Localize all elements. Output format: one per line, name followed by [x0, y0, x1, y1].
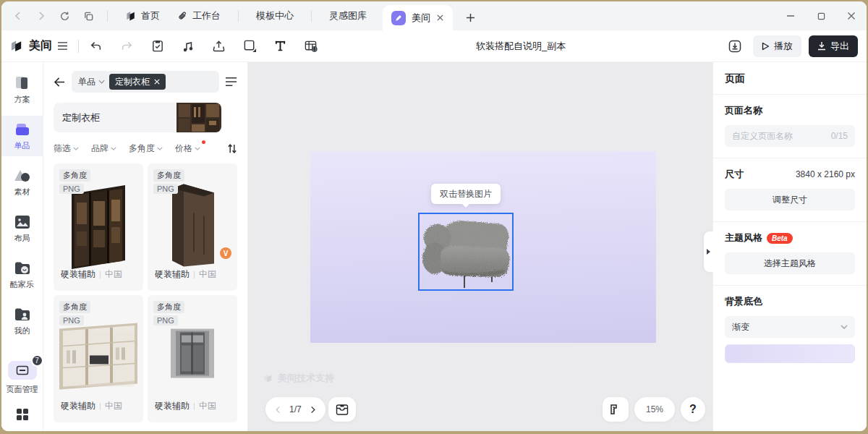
page-management-button[interactable]: 7	[8, 361, 37, 380]
table-tool-icon[interactable]	[304, 39, 318, 53]
duplicate-tab-icon[interactable]	[83, 11, 94, 22]
beta-badge: Beta	[767, 233, 793, 244]
product-card[interactable]: 多角度 PNG 硬装辅助 中国	[148, 295, 237, 422]
nav-templates[interactable]: 模板中心	[256, 1, 294, 30]
page-management-label: 页面管理	[7, 384, 38, 395]
shape-tool-icon[interactable]	[243, 39, 257, 53]
background-type-select[interactable]: 渐变	[725, 316, 855, 338]
category-label: 单品	[78, 76, 95, 88]
kujiale-icon	[14, 260, 31, 276]
product-image-wardrobe-lightglass	[56, 321, 140, 391]
search-input[interactable]: 单品 定制衣柜	[72, 71, 219, 93]
help-button[interactable]: ?	[681, 397, 705, 422]
apps-grid-icon[interactable]	[16, 408, 29, 421]
rail-item-materials[interactable]: 素材	[1, 162, 43, 203]
filter-multiangle[interactable]: 多角度	[129, 142, 163, 155]
size-label: 尺寸	[725, 168, 744, 181]
redo-icon[interactable]	[120, 40, 134, 53]
export-button[interactable]: 导出	[809, 35, 858, 57]
page-name-field[interactable]: 0/15	[725, 125, 855, 147]
divider	[311, 10, 312, 22]
nav-inspiration[interactable]: 灵感图库	[329, 1, 367, 30]
product-region: 中国	[199, 400, 216, 412]
app-brand[interactable]: 美间	[10, 38, 68, 54]
rail-label: 布局	[14, 233, 30, 244]
selected-category-card[interactable]: 定制衣柜	[54, 103, 221, 132]
play-icon	[762, 42, 770, 51]
search-tag-label: 定制衣柜	[115, 76, 150, 88]
app-window: 首页 工作台 模板中心 灵感图库 美间 美间	[1, 1, 867, 431]
window-minimize-button[interactable]	[775, 1, 806, 30]
panel-collapse-handle[interactable]	[704, 231, 713, 272]
new-tab-button[interactable]	[460, 7, 480, 27]
window-maximize-button[interactable]	[806, 1, 836, 30]
text-tool-icon[interactable]	[274, 40, 286, 52]
rail-item-plans[interactable]: 方案	[1, 69, 43, 110]
resize-button[interactable]: 调整尺寸	[725, 189, 855, 210]
filter-brand[interactable]: 品牌	[91, 142, 116, 155]
zoom-level[interactable]: 15%	[634, 397, 675, 422]
nav-home[interactable]: 首页	[125, 1, 160, 30]
page-name-label: 页面名称	[725, 104, 855, 117]
png-chip: PNG	[59, 315, 84, 326]
menu-hamburger-icon[interactable]	[57, 41, 68, 51]
product-image-wardrobe-gray	[170, 328, 215, 379]
my-assets-icon	[14, 307, 31, 323]
product-region: 中国	[199, 268, 216, 281]
divider	[194, 271, 195, 278]
selected-image-sofa[interactable]	[418, 213, 514, 291]
nav-back-icon[interactable]	[13, 11, 23, 21]
tab-label: 美间	[412, 12, 430, 25]
rail-item-products[interactable]: 单品	[1, 116, 43, 156]
back-icon[interactable]	[54, 77, 66, 88]
music-note-icon[interactable]	[182, 40, 195, 53]
app-name: 美间	[29, 38, 52, 54]
choose-theme-button[interactable]: 选择主题风格	[725, 252, 855, 274]
upload-icon[interactable]	[212, 40, 226, 53]
tab-close-icon[interactable]	[436, 14, 444, 22]
filter-price[interactable]: 价格	[175, 142, 200, 155]
png-chip: PNG	[153, 315, 178, 326]
canvas-area[interactable]: 双击替换图片 美间技术支持 1/7 15% ?	[247, 62, 712, 431]
product-image-wardrobe-darkglass	[67, 184, 129, 271]
sort-icon[interactable]	[227, 143, 237, 154]
png-chip: PNG	[59, 184, 84, 194]
tab-meijian-active[interactable]: 美间	[383, 5, 453, 30]
clipboard-check-icon[interactable]	[151, 39, 164, 53]
rail-label: 单品	[14, 140, 30, 151]
inspector-panel: 页面 页面名称 0/15 尺寸 3840 x 2160 px 调整尺寸 主题风格	[712, 62, 867, 431]
filter-label: 多角度	[129, 142, 155, 155]
nav-workbench[interactable]: 工作台	[177, 1, 221, 30]
filter-bar: 筛选 品牌 多角度 价格	[54, 142, 237, 155]
product-card[interactable]: 多角度 PNG 硬装辅助 中国	[54, 295, 143, 422]
filter-label: 品牌	[91, 142, 109, 155]
pages-icon	[16, 365, 29, 375]
filter-general[interactable]: 筛选	[54, 142, 79, 155]
divider	[100, 271, 101, 278]
page-name-input[interactable]	[732, 131, 819, 141]
search-tag[interactable]: 定制衣柜	[109, 74, 166, 90]
list-view-icon[interactable]	[225, 77, 237, 87]
save-archive-button[interactable]	[328, 397, 356, 422]
rail-item-mine[interactable]: 我的	[1, 301, 43, 341]
download-button[interactable]	[724, 35, 746, 57]
nav-forward-icon[interactable]	[36, 11, 46, 21]
page-count-badge: 7	[31, 354, 43, 367]
product-card[interactable]: 多角度 PNG V 硬装辅助 中国	[148, 163, 237, 291]
layout-icon	[14, 214, 31, 230]
next-page-icon[interactable]	[309, 406, 317, 414]
product-card[interactable]: 多角度 PNG 硬装辅助 中国	[54, 163, 143, 291]
nav-templates-label: 模板中心	[256, 9, 294, 22]
ruler-button[interactable]	[603, 397, 629, 422]
prev-page-icon[interactable]	[274, 406, 282, 414]
undo-icon[interactable]	[89, 40, 103, 53]
gradient-color-swatch[interactable]	[725, 344, 855, 363]
meijian-logo-icon	[125, 10, 137, 22]
product-vendor: 硬装辅助	[61, 268, 95, 281]
refresh-icon[interactable]	[59, 11, 70, 22]
play-button[interactable]: 播放	[753, 35, 801, 57]
rail-item-layout[interactable]: 布局	[1, 208, 43, 249]
rail-item-kujiale[interactable]: 酷家乐	[1, 255, 43, 295]
window-close-button[interactable]	[836, 1, 867, 30]
category-dropdown[interactable]: 单品	[78, 76, 105, 88]
